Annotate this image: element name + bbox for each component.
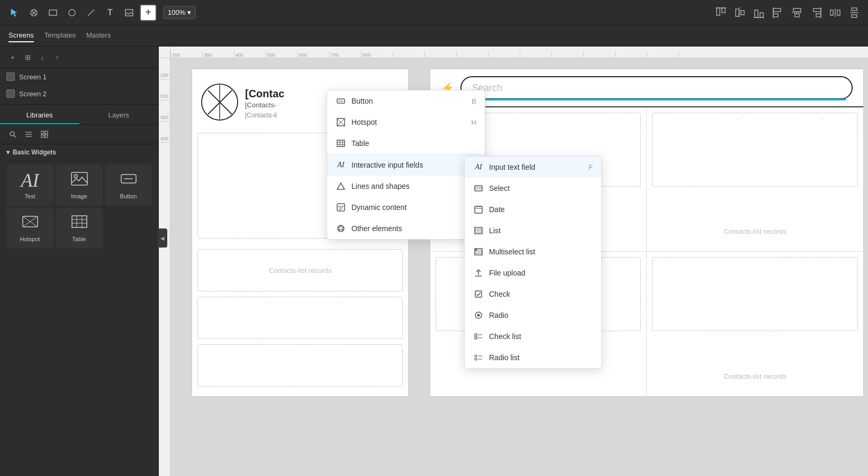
ruler-mark-extra8 xyxy=(615,51,647,58)
svg-rect-65 xyxy=(337,204,345,211)
grid-view-btn[interactable]: ⊞ xyxy=(21,51,34,63)
search-icon[interactable] xyxy=(6,128,19,141)
align-bottom-icon[interactable] xyxy=(752,5,766,20)
distribute-h-icon[interactable] xyxy=(828,5,843,20)
ruler-mark-300: 300 xyxy=(202,51,234,58)
menu-item-list[interactable]: List xyxy=(465,220,601,241)
widget-button[interactable]: Button xyxy=(105,164,152,206)
canvas-content: [Contac [Contacts- [Contacts-li Contacts… xyxy=(170,58,868,476)
add-screen-btn[interactable]: + xyxy=(6,51,19,63)
menu-item-check[interactable]: Check xyxy=(465,283,601,305)
check-menu-icon xyxy=(473,289,484,299)
menu-multiselect-label: Multiselect list xyxy=(489,248,535,256)
frame2-cell-4: Contacts-list records xyxy=(647,252,863,396)
zoom-control[interactable]: 100% ▾ xyxy=(163,6,196,19)
hotspot-widget-icon xyxy=(22,214,39,233)
svg-rect-37 xyxy=(45,135,48,138)
menu-item-radio[interactable]: Radio xyxy=(465,305,601,326)
add-tool[interactable]: + xyxy=(140,4,157,21)
svg-rect-1 xyxy=(49,10,57,15)
line-tool[interactable] xyxy=(83,4,100,21)
tab-layers[interactable]: Layers xyxy=(79,107,159,124)
move-down-btn[interactable]: ↓ xyxy=(36,51,49,63)
menu-item-table[interactable]: Table xyxy=(327,133,485,154)
interactive-input-menu-icon: AI xyxy=(336,160,346,170)
frame2-search-box[interactable]: Search xyxy=(460,76,853,99)
menu-item-date[interactable]: Date xyxy=(465,199,601,220)
ruler-corner xyxy=(159,47,170,58)
menu-input-text-shortcut: F xyxy=(589,163,593,171)
menu-check-list-label: Check list xyxy=(489,332,521,341)
hotspot-menu-icon xyxy=(336,117,346,127)
select-tool[interactable] xyxy=(6,4,23,21)
ruler-mark-700: 700 xyxy=(329,51,361,58)
menu-radio-label: Radio xyxy=(489,311,509,319)
menu-hotspot-shortcut: H xyxy=(472,118,476,126)
tab-masters[interactable]: Masters xyxy=(86,29,111,42)
menu-item-radio-list[interactable]: Radio list xyxy=(465,347,601,368)
align-top-icon[interactable] xyxy=(713,5,728,20)
screen-item-2[interactable]: Screen 2 xyxy=(0,85,158,102)
svg-rect-12 xyxy=(760,13,763,17)
tab-templates[interactable]: Templates xyxy=(44,29,76,42)
widget-text[interactable]: AI Text xyxy=(6,164,53,206)
menu-item-lines-shapes[interactable]: Lines and shapes xyxy=(327,176,485,197)
widget-table[interactable]: Table xyxy=(56,208,103,249)
svg-rect-5 xyxy=(717,8,720,15)
input-text-field-menu-icon: AI xyxy=(473,162,484,172)
align-center-v-icon[interactable] xyxy=(790,5,804,20)
basic-widgets-header[interactable]: ▾ Basic Widgets xyxy=(0,144,158,160)
menu-table-label: Table xyxy=(351,139,369,148)
svg-line-30 xyxy=(14,135,16,138)
ruler-mark-extra5 xyxy=(520,51,551,58)
distribute-v-icon[interactable] xyxy=(847,5,862,20)
menu-item-select[interactable]: Select xyxy=(465,178,601,199)
widget-image[interactable]: Image xyxy=(56,164,103,206)
frame1-dashed-box-3 xyxy=(197,297,403,339)
menu-button-label: Button xyxy=(351,97,373,105)
move-up-btn[interactable]: ↑ xyxy=(51,51,64,63)
ruler-mark-extra6 xyxy=(551,51,583,58)
lines-shapes-menu-icon xyxy=(336,181,346,191)
widget-image-label: Image xyxy=(71,193,87,199)
menu-item-multiselect[interactable]: Multiselect list xyxy=(465,241,601,262)
menu-date-label: Date xyxy=(489,205,505,214)
text-tool[interactable]: T xyxy=(102,4,119,21)
align-center-h-icon[interactable] xyxy=(733,5,747,20)
menu-item-input-text[interactable]: AI Input text field F xyxy=(465,157,601,178)
ruler-mark-extra xyxy=(393,51,424,58)
frame2-search-container: Search xyxy=(460,76,853,99)
hotspot-tool[interactable] xyxy=(25,4,42,21)
table-menu-icon xyxy=(336,138,346,149)
tab-screens[interactable]: Screens xyxy=(8,29,34,42)
svg-rect-71 xyxy=(475,186,482,191)
tab-libraries[interactable]: Libraries xyxy=(0,107,79,124)
svg-rect-45 xyxy=(72,216,87,227)
image-tool[interactable] xyxy=(121,4,138,21)
menu-item-other-elements[interactable]: Other elements xyxy=(327,218,485,239)
svg-rect-74 xyxy=(475,206,482,213)
menu-item-check-list[interactable]: Check list xyxy=(465,326,601,347)
svg-point-91 xyxy=(477,314,480,317)
menu-item-file-upload[interactable]: File upload xyxy=(465,262,601,283)
align-left-icon[interactable] xyxy=(771,5,785,20)
ruler-markings: 200 300 400 500 600 700 800 xyxy=(170,51,710,58)
svg-rect-17 xyxy=(793,8,801,12)
svg-rect-15 xyxy=(773,14,778,17)
toolbar-right xyxy=(713,5,862,20)
menu-item-hotspot[interactable]: Hotspot H xyxy=(327,112,485,133)
menu-item-interactive-input[interactable]: AI Interactive input fields ▶ xyxy=(327,154,485,176)
circle-tool[interactable] xyxy=(64,4,80,21)
sidebar-collapse-btn[interactable]: ◀ xyxy=(158,228,167,248)
frame2-topbar: ⚡ Search xyxy=(430,69,863,107)
align-right-icon[interactable] xyxy=(809,5,824,20)
menu-item-button[interactable]: Button B xyxy=(327,90,485,112)
ruler-left: 100 200 300 400 xyxy=(159,58,170,476)
widget-hotspot[interactable]: Hotspot xyxy=(6,208,53,249)
screen-item-1[interactable]: Screen 1 xyxy=(0,68,158,85)
menu-item-dynamic-content[interactable]: Dynamic content xyxy=(327,197,485,218)
frame2-records-3: Contacts-list records xyxy=(724,372,786,380)
rectangle-tool[interactable] xyxy=(44,4,61,21)
list-view-icon[interactable] xyxy=(22,128,35,141)
grid-view-icon[interactable] xyxy=(38,128,51,141)
